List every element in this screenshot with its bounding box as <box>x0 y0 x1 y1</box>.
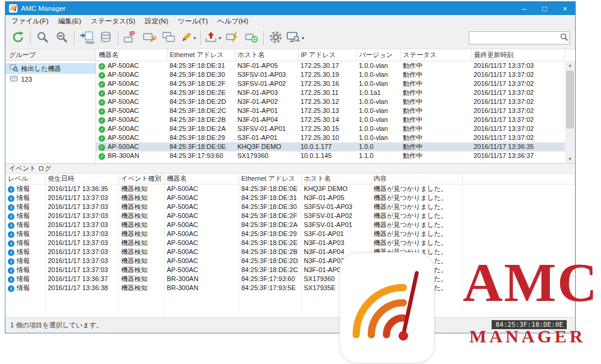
device-cell: 84:25:3F:18:DE:2D <box>167 97 235 106</box>
event-row[interactable]: i情報2016/11/17 13:37:03機器検知AP-500AC84:25:… <box>5 220 575 229</box>
column-header[interactable]: イベント種別 <box>118 174 164 184</box>
event-row[interactable]: i情報2016/11/17 13:37:03機器検知AP-500AC84:25:… <box>5 211 575 220</box>
device-online-icon: ✓ <box>99 108 105 115</box>
device-row[interactable]: ✓AP-500AC84:25:3F:18:DE:30S3FSV-01-AP031… <box>96 70 565 79</box>
column-header[interactable]: IP アドレス <box>298 49 356 61</box>
column-header[interactable]: 発生日時 <box>45 174 118 184</box>
close-button[interactable]: × <box>555 2 575 15</box>
device-online-icon: ✓ <box>99 117 105 124</box>
search-input[interactable] <box>469 32 560 43</box>
device-row[interactable]: ✓AP-500AC84:25:3F:18:DE:2BN3F-01-AP04172… <box>96 115 565 124</box>
column-header[interactable]: ホスト名 <box>301 174 371 184</box>
edit-config-button[interactable]: ▾ <box>179 29 197 47</box>
event-row[interactable]: i情報2016/11/17 13:36:35機器検知AP-500AC84:25:… <box>5 184 575 193</box>
menu-item[interactable]: ファイル(F) <box>7 17 53 26</box>
device-list-scrollbar[interactable]: ▲ ▼ <box>565 61 575 163</box>
device-cell: 1.0.0-vlan <box>356 79 400 88</box>
column-header[interactable]: ホスト名 <box>235 49 298 61</box>
firmware-update-button[interactable] <box>223 29 241 47</box>
event-row[interactable]: i情報2016/11/17 13:36:38機器検知BR-300AN84:25:… <box>5 284 575 293</box>
column-header[interactable]: 内容 <box>371 174 462 184</box>
settings-button[interactable] <box>267 29 285 47</box>
menu-item[interactable]: ステータス(S) <box>86 17 140 26</box>
device-row[interactable]: ✓AP-500AC84:25:3F:18:DE:2AS3FSV-01-AP011… <box>96 124 565 133</box>
menu-item[interactable]: 編集(E) <box>53 17 86 26</box>
event-row[interactable]: i情報2016/11/17 13:36:37機器検知BR-300AN84:25:… <box>5 275 575 284</box>
chevron-down-icon: ▾ <box>194 35 196 41</box>
event-cell: N3F-01-AP04 <box>301 247 371 256</box>
event-cell: 84:25:3F:18:DE:2B <box>239 247 301 256</box>
device-cell: 172.25.30.13 <box>298 106 356 115</box>
event-row[interactable]: i情報2016/11/17 13:37:03機器検知AP-500AC84:25:… <box>5 265 575 275</box>
event-table: レベル発生日時イベント種別機器名Ethernet アドレスホスト名内容 i情報2… <box>5 174 575 317</box>
zoom-out-button[interactable] <box>53 29 71 47</box>
column-header[interactable]: レベル <box>5 174 45 184</box>
event-row[interactable]: i情報2016/11/17 13:37:03機器検知AP-500AC84:25:… <box>5 238 575 247</box>
schedule-button[interactable] <box>242 29 260 47</box>
device-cell: 動作中 <box>400 70 471 79</box>
device-row[interactable]: ✓AP-500AC84:25:3F:18:DE:2FS3FSV-01-AP021… <box>96 79 565 88</box>
device-online-icon: ✓ <box>99 90 105 97</box>
column-header[interactable]: 最終更新時刻 <box>471 49 565 61</box>
event-cell: 2016/11/17 13:37:03 <box>45 211 118 220</box>
search-devices-button[interactable] <box>34 29 52 47</box>
event-row[interactable]: i情報2016/11/17 13:37:03機器検知AP-500AC84:25:… <box>5 202 575 211</box>
tree-item-group-123[interactable]: 123 <box>5 74 96 85</box>
device-row[interactable]: ✓AP-500AC84:25:3F:18:DE:0EKHQ3F DEMO10.0… <box>96 142 565 151</box>
device-row[interactable]: ✓AP-500AC84:25:3F:18:DE:2CN3F-01-AP01172… <box>96 106 565 115</box>
device-row[interactable]: ✓AP-500AC84:25:3F:18:DE:29S3F-01-AP01172… <box>96 133 565 142</box>
device-cell: S3FSV-01-AP03 <box>235 70 298 79</box>
database-button[interactable] <box>97 29 115 47</box>
column-header[interactable]: Ethernet アドレス <box>239 174 301 184</box>
column-header[interactable]: 機器名 <box>164 174 239 184</box>
web-access-button[interactable]: Web <box>78 29 96 47</box>
scroll-down-icon[interactable]: ▼ <box>565 154 575 163</box>
device-cell: 172.25.30.12 <box>298 97 356 106</box>
info-icon: i <box>8 267 14 274</box>
refresh-button[interactable] <box>9 29 27 47</box>
event-cell: KHQ3F DEMO <box>301 184 371 193</box>
column-header[interactable] <box>462 174 575 184</box>
column-header[interactable]: Ethernet アドレス <box>167 49 235 61</box>
column-header[interactable]: バージョン <box>356 49 400 61</box>
event-cell: 2016/11/17 13:36:37 <box>45 275 118 284</box>
device-online-icon: ✓ <box>99 153 105 160</box>
zoom-out-icon <box>55 31 69 45</box>
event-cell: 2016/11/17 13:37:03 <box>45 238 118 247</box>
device-row[interactable]: ✓BR-300AN84:25:3F:17:93:60SX17936010.0.1… <box>96 151 565 160</box>
column-header[interactable]: 機器名 <box>96 49 167 61</box>
menu-item[interactable]: ツール(T) <box>173 17 213 26</box>
event-row[interactable]: i情報2016/11/17 13:37:03機器検知AP-500AC84:25:… <box>5 193 575 202</box>
device-cell: 1.0.0-vlan <box>356 70 400 79</box>
event-row-empty <box>5 301 575 309</box>
maximize-button[interactable]: □ <box>534 2 555 15</box>
search-icon[interactable] <box>560 32 569 43</box>
event-row[interactable]: i情報2016/11/17 13:37:03機器検知AP-500AC84:25:… <box>5 247 575 256</box>
minimize-button[interactable]: – <box>514 2 534 15</box>
event-cell: 機器検知 <box>118 247 164 256</box>
event-row[interactable]: i情報2016/11/17 13:37:03機器検知AP-500AC84:25:… <box>5 256 575 265</box>
menu-item[interactable]: 設定(N) <box>140 17 173 26</box>
scroll-up-icon[interactable]: ▲ <box>565 61 575 70</box>
ip-address-button[interactable]: IP <box>121 29 139 47</box>
event-cell: 機器検知 <box>118 265 164 275</box>
event-row[interactable]: i情報2016/11/17 13:37:03機器検知AP-500AC84:25:… <box>5 229 575 238</box>
upload-config-button[interactable]: ▾ <box>204 29 222 47</box>
event-cell: AP-500AC <box>164 184 239 193</box>
device-settings-button[interactable] <box>141 29 159 47</box>
device-cell: 84:25:3F:18:DE:30 <box>167 70 235 79</box>
scroll-thumb[interactable] <box>566 71 574 129</box>
device-row[interactable]: ✓AP-500AC84:25:3F:18:DE:31N3F-01-AP05172… <box>96 61 565 70</box>
device-copy-button[interactable] <box>160 29 178 47</box>
tree-item-detected-devices[interactable]: 検出した機器 <box>5 63 96 74</box>
device-cell: N3F-01-AP05 <box>235 61 298 70</box>
firmware-update-icon <box>225 31 239 45</box>
device-row[interactable]: ✓AP-500AC84:25:3F:18:DE:2EN3F-01-AP03172… <box>96 88 565 97</box>
column-header[interactable]: ステータス <box>400 49 471 61</box>
toolbar: Web IP <box>5 27 575 49</box>
device-row[interactable]: ✓AP-500AC84:25:3F:18:DE:2DN3F-01-AP02172… <box>96 97 565 106</box>
device-cell: 動作中 <box>400 79 471 88</box>
menu-item[interactable]: ヘルプ(H) <box>213 17 253 26</box>
remote-monitor-button[interactable]: ▾ <box>286 29 304 47</box>
edit-pencil-icon <box>180 31 192 44</box>
